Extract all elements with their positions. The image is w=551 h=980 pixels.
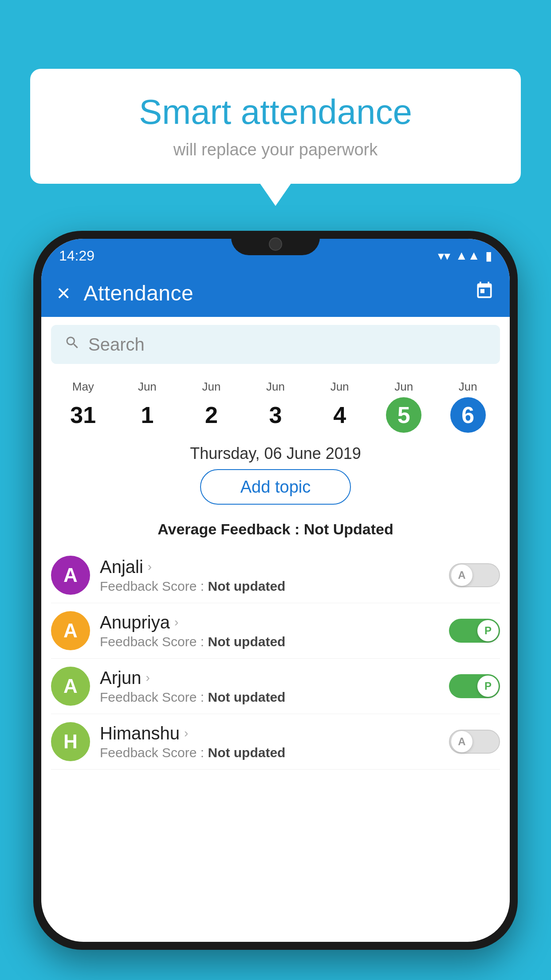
day-month-label: Jun xyxy=(115,380,180,394)
day-month-label: Jun xyxy=(244,380,308,394)
phone-frame: 14:29 ▾▾ ▲▲ ▮ × Attendance xyxy=(33,231,518,950)
calendar-row: May31Jun1Jun2Jun3Jun4Jun5Jun6 xyxy=(41,372,510,436)
attendance-toggle[interactable]: A xyxy=(449,563,500,587)
day-number-label: 5 xyxy=(386,397,421,433)
toggle-knob: A xyxy=(451,731,472,752)
student-item[interactable]: HHimanshu ›Feedback Score : Not updatedA xyxy=(51,714,500,770)
add-topic-wrapper: Add topic xyxy=(41,469,510,513)
speech-bubble-box: Smart attendance will replace your paper… xyxy=(30,69,521,184)
student-name: Himanshu › xyxy=(100,723,439,743)
day-number-label: 4 xyxy=(322,397,358,433)
student-name: Anjali › xyxy=(100,557,439,577)
calendar-day-31[interactable]: May31 xyxy=(51,380,115,433)
chevron-right-icon: › xyxy=(174,615,178,629)
close-button[interactable]: × xyxy=(57,281,70,304)
calendar-day-6[interactable]: Jun6 xyxy=(436,380,500,433)
status-icons: ▾▾ ▲▲ ▮ xyxy=(438,249,492,263)
feedback-score: Feedback Score : Not updated xyxy=(100,579,439,594)
calendar-day-2[interactable]: Jun2 xyxy=(179,380,244,433)
toggle-knob: P xyxy=(477,676,499,697)
calendar-day-4[interactable]: Jun4 xyxy=(307,380,372,433)
phone-screen: 14:29 ▾▾ ▲▲ ▮ × Attendance xyxy=(41,239,510,942)
day-month-label: Jun xyxy=(307,380,372,394)
phone-mockup: 14:29 ▾▾ ▲▲ ▮ × Attendance xyxy=(33,231,518,980)
battery-icon: ▮ xyxy=(485,249,492,263)
toggle-knob: A xyxy=(451,565,472,586)
avg-feedback-label: Average Feedback : xyxy=(157,521,299,537)
search-icon xyxy=(64,335,80,355)
student-avatar: A xyxy=(51,667,90,706)
status-time: 14:29 xyxy=(59,248,94,264)
day-month-label: Jun xyxy=(372,380,436,394)
student-name: Arjun › xyxy=(100,668,439,688)
chevron-right-icon: › xyxy=(184,726,188,740)
feedback-score: Feedback Score : Not updated xyxy=(100,745,439,760)
phone-notch xyxy=(231,231,320,255)
student-avatar: H xyxy=(51,722,90,761)
day-month-label: May xyxy=(51,380,115,394)
day-number-label: 31 xyxy=(65,397,101,433)
calendar-day-5[interactable]: Jun5 xyxy=(372,380,436,433)
student-avatar: A xyxy=(51,556,90,595)
attendance-toggle[interactable]: A xyxy=(449,730,500,754)
calendar-day-1[interactable]: Jun1 xyxy=(115,380,180,433)
search-placeholder: Search xyxy=(88,335,145,355)
day-number-label: 2 xyxy=(193,397,229,433)
student-item[interactable]: AAnjali ›Feedback Score : Not updatedA xyxy=(51,548,500,603)
toggle-knob: P xyxy=(477,620,499,641)
wifi-icon: ▾▾ xyxy=(438,249,450,263)
student-info: Anupriya ›Feedback Score : Not updated xyxy=(100,612,439,649)
student-item[interactable]: AAnupriya ›Feedback Score : Not updatedP xyxy=(51,603,500,659)
feedback-score: Feedback Score : Not updated xyxy=(100,634,439,649)
student-info: Arjun ›Feedback Score : Not updated xyxy=(100,668,439,705)
bubble-title: Smart attendance xyxy=(57,93,494,131)
student-info: Himanshu ›Feedback Score : Not updated xyxy=(100,723,439,760)
calendar-button[interactable] xyxy=(475,281,494,305)
average-feedback: Average Feedback : Not Updated xyxy=(41,521,510,538)
app-title: Attendance xyxy=(83,281,461,305)
add-topic-button[interactable]: Add topic xyxy=(200,469,351,505)
day-month-label: Jun xyxy=(179,380,244,394)
app-bar: × Attendance xyxy=(41,269,510,317)
student-list: AAnjali ›Feedback Score : Not updatedAAA… xyxy=(41,548,510,770)
day-number-label: 3 xyxy=(258,397,293,433)
student-info: Anjali ›Feedback Score : Not updated xyxy=(100,557,439,594)
student-item[interactable]: AArjun ›Feedback Score : Not updatedP xyxy=(51,659,500,714)
signal-icon: ▲▲ xyxy=(456,249,480,263)
avg-feedback-value: Not Updated xyxy=(304,521,394,537)
bubble-subtitle: will replace your paperwork xyxy=(57,140,494,159)
attendance-toggle[interactable]: P xyxy=(449,619,500,643)
date-header: Thursday, 06 June 2019 xyxy=(41,436,510,469)
attendance-toggle[interactable]: P xyxy=(449,674,500,698)
front-camera xyxy=(269,237,282,251)
chevron-right-icon: › xyxy=(148,560,152,574)
day-number-label: 6 xyxy=(450,397,486,433)
calendar-day-3[interactable]: Jun3 xyxy=(244,380,308,433)
feedback-score: Feedback Score : Not updated xyxy=(100,690,439,705)
chevron-right-icon: › xyxy=(146,671,150,685)
day-month-label: Jun xyxy=(436,380,500,394)
speech-bubble: Smart attendance will replace your paper… xyxy=(30,69,521,184)
day-number-label: 1 xyxy=(130,397,165,433)
student-avatar: A xyxy=(51,611,90,650)
search-bar[interactable]: Search xyxy=(51,325,500,364)
student-name: Anupriya › xyxy=(100,612,439,632)
